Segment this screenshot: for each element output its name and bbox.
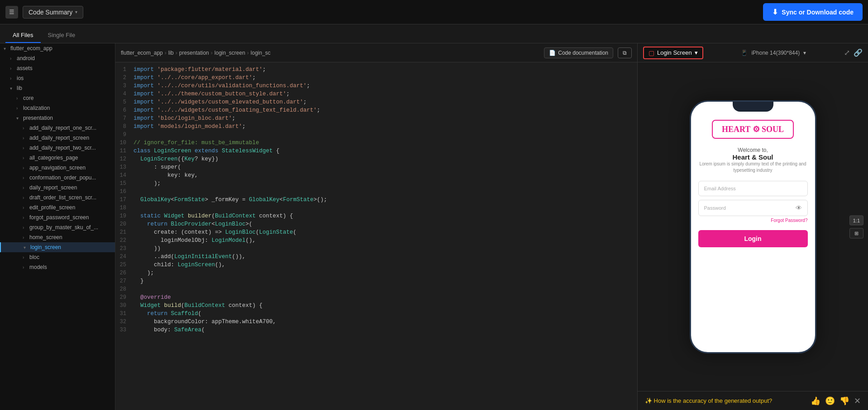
sync-download-button[interactable]: ⬇ Sync or Download code (763, 3, 863, 21)
line-number: 22 (115, 237, 134, 244)
code-line: 22 loginModelObj: LoginModel(), (115, 237, 637, 245)
line-number: 12 (115, 156, 134, 162)
password-field[interactable]: Password 👁 (698, 200, 808, 216)
phone-welcome-section: Welcome to, Heart & Soul Lorem ipsum is … (698, 147, 808, 174)
tree-item-home[interactable]: › home_screen (0, 232, 115, 242)
tree-item-forgot-password[interactable]: › forgot_password_screen (0, 212, 115, 222)
screen-selector-dropdown[interactable]: ▢ Login Screen ▾ (643, 47, 703, 59)
preview-body: HEART ⚙ SOUL Welcome to, Heart & Soul Lo… (638, 62, 868, 391)
chevron-down-icon: ▾ (695, 49, 698, 56)
tree-item-all-categories[interactable]: › all_categories_page (0, 153, 115, 163)
arrow-icon: › (23, 175, 27, 180)
tree-item-models[interactable]: › models (0, 262, 115, 272)
tree-item-group-master[interactable]: › group_by_master_sku_of_... (0, 222, 115, 232)
tree-item-lib[interactable]: ▾ lib (0, 83, 115, 93)
tree-item-daily-report[interactable]: › daily_report_screen (0, 183, 115, 193)
email-address-field[interactable]: Email Address (698, 181, 808, 196)
tree-item-add-daily-screen[interactable]: › add_daily_report_screen (0, 133, 115, 143)
line-number: 17 (115, 197, 134, 203)
eye-icon: 👁 (796, 204, 802, 212)
line-number: 31 (115, 311, 134, 317)
tab-all-files[interactable]: All Files (5, 28, 41, 43)
tree-label: add_daily_report_two_scr... (29, 145, 96, 151)
tree-item-flutter-ecom-app[interactable]: ▾ flutter_ecom_app (0, 43, 115, 53)
code-line: 7 import 'bloc/login_bloc.dart'; (115, 115, 637, 123)
line-number: 5 (115, 99, 134, 105)
sync-label: Sync or Download code (782, 9, 854, 16)
tree-item-android[interactable]: › android (0, 53, 115, 63)
tree-item-login-screen[interactable]: ▾ login_screen (0, 242, 115, 252)
emoji-icon[interactable]: 🙂 (825, 396, 835, 406)
welcome-desc: Lorem ipsum is simply dummy text of the … (698, 161, 808, 174)
tree-item-bloc[interactable]: › bloc (0, 252, 115, 262)
breadcrumb: flutter_ecom_app › lib › presentation › … (121, 50, 271, 56)
line-number: 32 (115, 319, 134, 325)
code-line: 23 )) (115, 245, 637, 253)
tree-label: localization (23, 105, 50, 111)
line-number: 29 (115, 294, 134, 301)
code-line: 19 static Widget builder(BuildContext co… (115, 212, 637, 221)
tree-item-presentation[interactable]: ▾ presentation (0, 113, 115, 123)
code-line: 28 (115, 286, 637, 294)
tree-label: conformation_order_popu... (29, 174, 96, 181)
line-content: loginModelObj: LoginModel(), (134, 237, 256, 244)
thumbdown-icon[interactable]: 👎 (839, 396, 849, 406)
split-view-button[interactable]: ⧉ (618, 47, 632, 58)
code-documentation-button[interactable]: 📄 Code documentation (544, 47, 613, 58)
expand-button[interactable]: ⤢ (844, 48, 850, 57)
forgot-password-link[interactable]: Forgot Password? (698, 218, 808, 223)
line-number: 10 (115, 140, 134, 146)
doc-label: Code documentation (558, 50, 608, 56)
code-line: 17 GlobalKey<FormState> _formKey = Globa… (115, 196, 637, 204)
tree-item-app-nav[interactable]: › app_navigation_screen (0, 163, 115, 173)
arrow-icon: › (23, 225, 27, 230)
device-selector[interactable]: 📱 iPhone 14(390*844) ▾ (741, 50, 806, 56)
tree-item-core[interactable]: › core (0, 93, 115, 103)
tree-item-edit-profile[interactable]: › edit_profile_screen (0, 203, 115, 212)
file-tabs-bar: All Files Single File (0, 24, 868, 43)
code-line: 12 LoginScreen({Key? key}) (115, 156, 637, 164)
tree-label: app_navigation_screen (29, 165, 86, 171)
code-line: 4 import '../../theme/custom_button_styl… (115, 90, 637, 99)
screen-frame-icon: ▢ (649, 49, 654, 57)
line-content: @override (134, 294, 171, 301)
welcome-title: Welcome to, (698, 147, 808, 153)
tree-item-assets[interactable]: › assets (0, 63, 115, 73)
tree-item-add-daily-2[interactable]: › add_daily_report_two_scr... (0, 143, 115, 153)
code-summary-dropdown[interactable]: Code Summary ▾ (23, 6, 83, 19)
ratio-fit-button[interactable]: ⊞ (849, 228, 863, 238)
breadcrumb-part: login_screen (215, 50, 245, 56)
ratio-1-1-button[interactable]: 1:1 (849, 215, 863, 225)
tree-label: forgot_password_screen (29, 214, 89, 221)
code-editor-content[interactable]: 1 import 'package:flutter/material.dart'… (115, 62, 637, 410)
phone-logo-box: HEART ⚙ SOUL (712, 120, 794, 139)
code-line: 29 @override (115, 294, 637, 302)
line-content: static Widget builder(BuildContext conte… (134, 213, 293, 219)
line-number: 18 (115, 205, 134, 211)
code-line: 33 body: SafeArea( (115, 326, 637, 335)
tree-item-confirmation[interactable]: › conformation_order_popu... (0, 173, 115, 183)
line-number: 2 (115, 75, 134, 81)
line-content (134, 189, 137, 195)
code-line: 18 (115, 204, 637, 212)
arrow-icon: › (23, 205, 27, 210)
tab-single-file[interactable]: Single File (41, 28, 83, 43)
login-button[interactable]: Login (698, 230, 808, 247)
tree-label: lib (17, 85, 22, 91)
menu-button[interactable]: ☰ (5, 6, 18, 19)
tree-item-draft-order[interactable]: › draft_order_list_scren_scr... (0, 193, 115, 203)
tree-item-localization[interactable]: › localization (0, 103, 115, 113)
line-content: return BlocProvider<LoginBloc>( (134, 221, 253, 227)
topbar: ☰ Code Summary ▾ ⬇ Sync or Download code (0, 0, 868, 24)
arrow-icon: ▾ (16, 116, 21, 121)
tree-item-ios[interactable]: › ios (0, 73, 115, 83)
line-content: ..add(LoginInitialEvent()), (134, 254, 246, 260)
close-button[interactable]: ✕ (854, 396, 861, 406)
tree-item-add-daily-1[interactable]: › add_daily_report_one_scr... (0, 123, 115, 133)
line-content (134, 132, 137, 138)
link-button[interactable]: 🔗 (854, 48, 863, 57)
line-number: 30 (115, 302, 134, 309)
phone-logo-text: HEART ⚙ SOUL (722, 124, 784, 134)
arrow-icon: › (23, 195, 27, 200)
thumbup-icon[interactable]: 👍 (811, 396, 820, 406)
